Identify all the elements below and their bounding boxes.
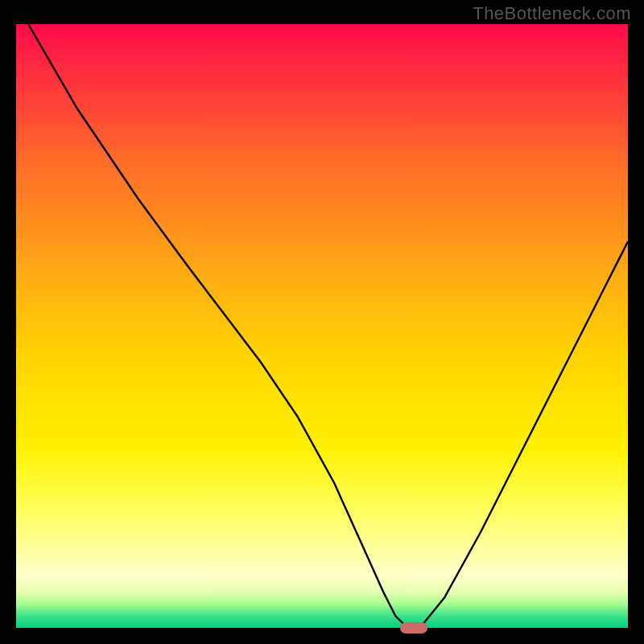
optimal-point-marker [400,622,427,634]
watermark-text: TheBottleneck.com [473,3,631,24]
chart-frame: TheBottleneck.com [0,0,644,644]
plot-area [16,24,628,628]
curve-path [28,24,628,628]
bottleneck-curve [16,24,628,628]
